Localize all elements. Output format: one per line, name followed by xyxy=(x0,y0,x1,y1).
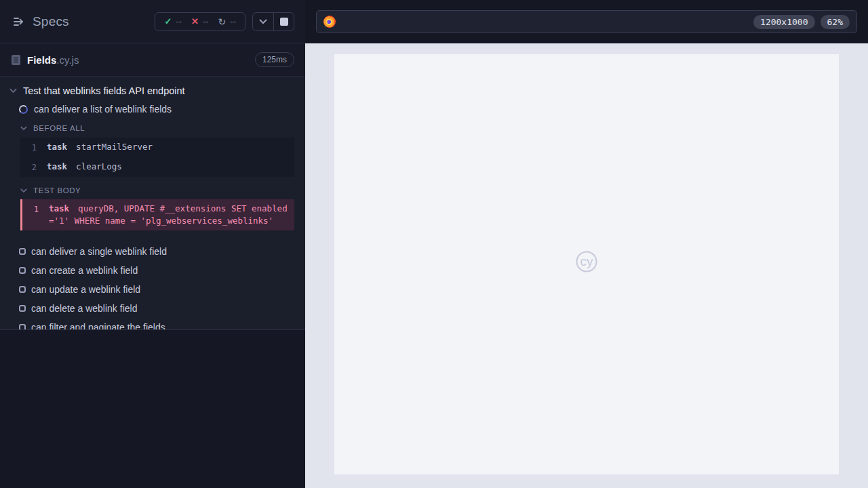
hook-section-label: BEFORE ALL xyxy=(33,124,85,132)
test-reporter: Test that weblinks fields API endpoint c… xyxy=(0,77,305,330)
command-row[interactable]: 2 taskclearLogs xyxy=(20,157,294,177)
spec-file-icon xyxy=(11,54,21,66)
pending-test-icon xyxy=(19,286,26,293)
pending-count: -- xyxy=(230,16,236,26)
spec-file-row[interactable]: Fields .cy.js 125ms xyxy=(0,43,305,77)
suite-row[interactable]: Test that weblinks fields API endpoint xyxy=(0,85,305,96)
pending-test-icon xyxy=(19,324,26,330)
suite-title: Test that weblinks fields API endpoint xyxy=(23,85,185,96)
command-method: task xyxy=(49,203,69,214)
command-row[interactable]: 1 taskstartMailServer xyxy=(20,138,294,157)
collapse-all-button[interactable] xyxy=(253,13,273,30)
chevron-down-icon xyxy=(9,88,17,94)
passed-check-icon: ✓ xyxy=(164,16,172,26)
chevron-down-icon xyxy=(20,188,27,193)
hook-section-test-body[interactable]: TEST BODY xyxy=(0,186,305,195)
reporter-header: Specs ✓ -- ✕ -- ↻ -- xyxy=(0,0,305,43)
running-spinner-icon xyxy=(19,105,28,114)
svg-text:cy: cy xyxy=(580,254,594,268)
pending-test-row[interactable]: can delete a weblink field xyxy=(0,299,305,318)
pending-test-row[interactable]: can deliver a single weblink field xyxy=(0,242,305,261)
pending-test-label: can create a weblink field xyxy=(31,265,138,276)
aut-background: cy xyxy=(305,43,868,488)
command-row-highlighted[interactable]: 1 taskqueryDB, UPDATE #__extensions SET … xyxy=(22,199,294,230)
stop-run-button[interactable] xyxy=(273,13,294,30)
pending-test-label: can deliver a single weblink field xyxy=(31,246,167,257)
command-message: startMailServer xyxy=(76,142,153,152)
passed-count: -- xyxy=(176,16,182,26)
aut-screen[interactable]: cy xyxy=(334,54,839,474)
pending-test-row[interactable]: can update a weblink field xyxy=(0,280,305,299)
specs-list-toggle-icon[interactable] xyxy=(11,14,27,30)
spec-duration-badge: 125ms xyxy=(255,52,294,67)
stat-failed: ✕ -- xyxy=(191,16,209,26)
command-log-before-all: 1 taskstartMailServer 2 taskclearLogs xyxy=(20,138,294,177)
chevron-down-icon xyxy=(20,126,27,131)
pending-test-icon xyxy=(19,267,26,274)
command-message: clearLogs xyxy=(76,161,122,171)
spec-file-ext: .cy.js xyxy=(56,54,79,66)
pending-tests-list: can deliver a single weblink field can c… xyxy=(0,242,305,330)
test-stats: ✓ -- ✕ -- ↻ -- xyxy=(155,12,245,31)
spec-file-name: Fields xyxy=(27,54,56,66)
aut-panel: 1200x1000 62% cy xyxy=(305,0,868,488)
pending-test-label: can update a weblink field xyxy=(31,284,140,295)
viewport-size-badge: 1200x1000 xyxy=(753,15,814,29)
hook-section-label: TEST BODY xyxy=(33,186,81,195)
hook-section-before-all[interactable]: BEFORE ALL xyxy=(0,124,305,132)
command-message: queryDB, UPDATE #__extensions SET enable… xyxy=(49,203,288,226)
pending-refresh-icon: ↻ xyxy=(218,16,226,27)
aut-header: 1200x1000 62% xyxy=(305,0,868,43)
running-test-row[interactable]: can deliver a list of weblink fields xyxy=(0,104,305,115)
sidebar-empty-area xyxy=(0,330,305,488)
command-method: task xyxy=(47,161,67,171)
command-number: 1 xyxy=(22,203,39,227)
command-number: 1 xyxy=(20,141,37,154)
pending-test-row[interactable]: can filter and paginate the fields xyxy=(0,318,305,330)
pending-test-label: can delete a weblink field xyxy=(31,303,137,314)
pending-test-label: can filter and paginate the fields xyxy=(31,322,165,330)
command-number: 2 xyxy=(20,161,37,174)
cypress-watermark-icon: cy xyxy=(573,249,600,279)
pending-test-icon xyxy=(19,248,26,255)
stat-passed: ✓ -- xyxy=(164,16,182,26)
run-controls xyxy=(252,12,294,31)
viewport-scale-badge: 62% xyxy=(821,15,850,29)
reporter-sidebar: Specs ✓ -- ✕ -- ↻ -- xyxy=(0,0,305,488)
command-method: task xyxy=(47,142,67,152)
pending-test-row[interactable]: can create a weblink field xyxy=(0,261,305,280)
specs-title: Specs xyxy=(33,14,69,29)
pending-test-icon xyxy=(19,305,26,312)
address-bar[interactable]: 1200x1000 62% xyxy=(316,10,857,33)
failed-x-icon: ✕ xyxy=(191,16,199,26)
stop-icon xyxy=(280,18,288,26)
command-log-test-body-highlighted: 1 taskqueryDB, UPDATE #__extensions SET … xyxy=(20,199,294,230)
firefox-icon xyxy=(323,16,336,28)
failed-count: -- xyxy=(203,16,209,26)
running-test-label: can deliver a list of weblink fields xyxy=(34,104,172,115)
stat-pending: ↻ -- xyxy=(218,16,236,27)
